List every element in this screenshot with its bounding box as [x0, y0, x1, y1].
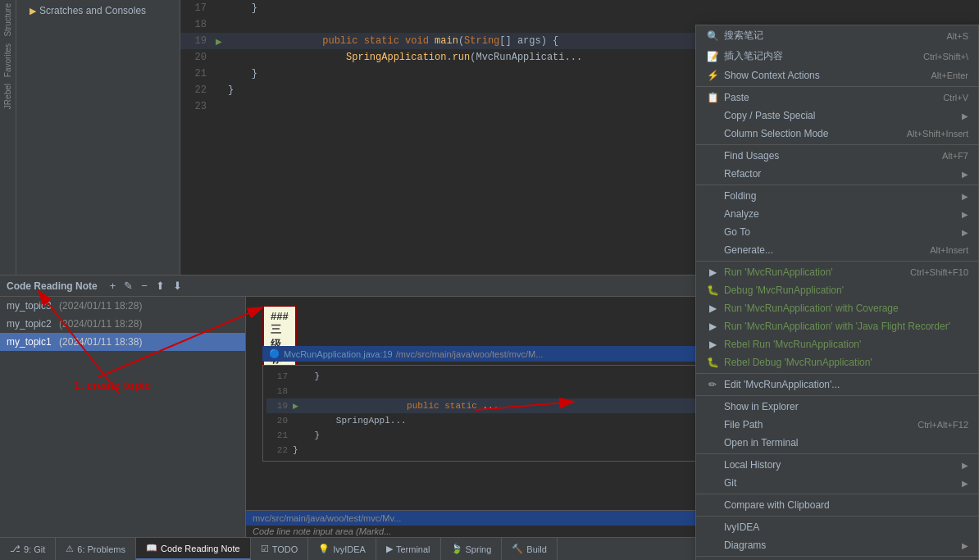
- menu-item-open-in-terminal[interactable]: Open in Terminal: [696, 434, 978, 452]
- menu-item-column-selection-mode[interactable]: Column Selection ModeAlt+Shift+Insert: [696, 125, 978, 143]
- status-tab-problems[interactable]: ⚠ 6: Problems: [56, 538, 136, 560]
- menu-item-compare-with-clipboard[interactable]: Compare with Clipboard: [696, 496, 978, 514]
- mini-num-22: 22: [266, 445, 293, 455]
- line-num-23: 23: [180, 101, 213, 112]
- import-button[interactable]: ⬇: [171, 279, 184, 293]
- topic-item-my-topic2[interactable]: my_topic2 (2024/01/11 18:28): [0, 315, 245, 333]
- menu-item-icon: 🐛: [706, 285, 719, 296]
- run-indicator-19: ▶: [213, 37, 225, 46]
- source-path: /mvc/src/main/java/woo/test/mvc/M...: [396, 349, 544, 359]
- mini-run-btn: ▶: [293, 402, 298, 410]
- menu-item-show-in-explorer[interactable]: Show in Explorer: [696, 398, 978, 416]
- source-file-link[interactable]: MvcRunApplication.java:19: [284, 349, 393, 359]
- menu-item-debug-'mvcrunapplication'[interactable]: 🐛Debug 'MvcRunApplication': [696, 281, 978, 299]
- menu-item-label: Paste: [724, 92, 749, 103]
- menu-item-analyze[interactable]: Analyze▶: [696, 205, 978, 223]
- status-tab-terminal[interactable]: ▶ Terminal: [376, 538, 441, 560]
- code-line-17: 17 }: [180, 0, 979, 16]
- status-tab-ivyidea[interactable]: 💡 IvyIDEA: [308, 538, 376, 560]
- menu-item-find-usages[interactable]: Find UsagesAlt+F7: [696, 147, 978, 165]
- status-tab-build[interactable]: 🔨 Build: [502, 538, 557, 560]
- menu-item-run-'mvcrunapplication'[interactable]: ▶Run 'MvcRunApplication'Ctrl+Shift+F10: [696, 263, 978, 281]
- sidebar-label-favorites[interactable]: Favorites: [2, 40, 14, 80]
- menu-item-run-'mvcrunapplication'-with-'[interactable]: ▶Run 'MvcRunApplication' with 'Java Flig…: [696, 317, 978, 335]
- menu-item-label: Compare with Clipboard: [724, 499, 830, 511]
- sidebar-label-structure[interactable]: Structure: [2, 0, 14, 40]
- menu-item-right: ▶: [962, 228, 968, 237]
- menu-item-local-history[interactable]: Local History▶: [696, 456, 978, 474]
- status-tab-git[interactable]: ⎇ 9: Git: [0, 538, 56, 560]
- git-icon: ⎇: [10, 544, 20, 554]
- export-button[interactable]: ⬆: [153, 279, 167, 293]
- menu-item-generate...[interactable]: Generate...Alt+Insert: [696, 241, 978, 259]
- mini-num-17: 17: [266, 371, 293, 381]
- mini-content-22: }: [293, 445, 298, 455]
- menu-item-label: Diagrams: [724, 540, 766, 551]
- menu-item-left: ✏Edit 'MvcRunApplication'...: [706, 379, 840, 390]
- mini-num-20: 20: [266, 416, 293, 426]
- menu-item-rebel-debug-'mvcrunapplication[interactable]: 🐛Rebel Debug 'MvcRunApplication': [696, 353, 978, 371]
- menu-item-file-path[interactable]: File PathCtrl+Alt+F12: [696, 416, 978, 434]
- scratches-and-consoles[interactable]: ▶ Scratches and Consoles: [16, 3, 180, 18]
- menu-item-left: Find Usages: [706, 150, 779, 162]
- menu-item-run-'mvcrunapplication'-with-c[interactable]: ▶Run 'MvcRunApplication' with Coverage: [696, 299, 978, 317]
- mini-content-20: SpringAppl...: [293, 416, 407, 426]
- menu-item-go-to[interactable]: Go To▶: [696, 223, 978, 241]
- scratches-label: Scratches and Consoles: [39, 5, 146, 16]
- menu-item-rebel-run-'mvcrunapplication'[interactable]: ▶Rebel Run 'MvcRunApplication': [696, 335, 978, 353]
- menu-submenu-arrow: ▶: [962, 479, 968, 488]
- topic-date-1: (2024/01/11 18:38): [59, 336, 142, 348]
- line-num-21: 21: [180, 68, 213, 80]
- build-icon: 🔨: [512, 544, 523, 554]
- menu-item-edit-'mvcrunapplication'...[interactable]: ✏Edit 'MvcRunApplication'...: [696, 376, 978, 394]
- menu-item-left: Open in Terminal: [706, 437, 799, 448]
- topic-item-my-topic3[interactable]: my_topic3 (2024/01/11 18:28): [0, 297, 245, 315]
- add-topic-button[interactable]: +: [107, 279, 119, 293]
- run-gutter-icon[interactable]: ▶: [216, 37, 222, 46]
- menu-item-git[interactable]: Git▶: [696, 474, 978, 492]
- menu-item-left: File Path: [706, 419, 763, 430]
- ivyidea-tab-label: IvyIDEA: [333, 544, 366, 554]
- menu-item-icon: ▶: [706, 321, 719, 332]
- menu-item-left: Analyze: [706, 208, 759, 220]
- menu-item-right: Alt+S: [946, 31, 968, 41]
- menu-item-插入笔记内容[interactable]: 📝插入笔记内容Ctrl+Shift+\: [696, 46, 978, 66]
- menu-item-right: Alt+Insert: [930, 245, 968, 255]
- line-num-20: 20: [180, 52, 213, 63]
- menu-item-folding[interactable]: Folding▶: [696, 187, 978, 205]
- menu-item-icon: ✏: [706, 379, 719, 390]
- menu-submenu-arrow: ▶: [962, 112, 968, 121]
- menu-item-label: Git: [724, 477, 736, 489]
- menu-item-left: Show in Explorer: [706, 401, 799, 412]
- sidebar-label-jrebel[interactable]: JRebel: [2, 80, 14, 112]
- menu-item-label: Rebel Debug 'MvcRunApplication': [724, 357, 872, 368]
- menu-item-left: Copy / Paste Special: [706, 110, 815, 121]
- menu-item-left: Diagrams: [706, 540, 766, 551]
- menu-item-label: Find Usages: [724, 150, 779, 162]
- line-content-22: }: [225, 84, 234, 96]
- menu-item-left: 📝插入笔记内容: [706, 49, 783, 63]
- menu-item-left: ▶Rebel Run 'MvcRunApplication': [706, 339, 861, 350]
- mini-content-21: }: [293, 430, 320, 440]
- menu-item-ivyidea[interactable]: IvyIDEA: [696, 518, 978, 536]
- menu-item-paste[interactable]: 📋PasteCtrl+V: [696, 89, 978, 107]
- menu-item-copy-/-paste-special[interactable]: Copy / Paste Special▶: [696, 107, 978, 125]
- status-tab-spring[interactable]: 🍃 Spring: [441, 538, 503, 560]
- menu-item-left: Column Selection Mode: [706, 128, 828, 139]
- menu-item-left: Refactor: [706, 168, 761, 180]
- menu-item-diagrams[interactable]: Diagrams▶: [696, 536, 978, 554]
- topic-date-3: (2024/01/11 18:28): [59, 300, 142, 312]
- status-tab-todo[interactable]: ☑ TODO: [251, 538, 309, 560]
- menu-item-label: 插入笔记内容: [724, 49, 783, 63]
- edit-topic-button[interactable]: ✎: [121, 279, 135, 293]
- topic-item-my-topic1[interactable]: my_topic1 (2024/01/11 18:38): [0, 333, 245, 351]
- menu-item-show-context-actions[interactable]: ⚡Show Context ActionsAlt+Enter: [696, 66, 978, 84]
- menu-item-label: Show in Explorer: [724, 401, 799, 412]
- menu-item-搜索笔记[interactable]: 🔍搜索笔记Alt+S: [696, 25, 978, 46]
- status-tab-code-reading[interactable]: 📖 Code Reading Note: [136, 538, 251, 560]
- status-tabs: ⎇ 9: Git ⚠ 6: Problems 📖 Code Reading No…: [0, 538, 558, 560]
- left-sidebar: Structure Favorites JRebel: [0, 0, 16, 275]
- terminal-tab-label: Terminal: [396, 544, 430, 554]
- remove-topic-button[interactable]: −: [139, 279, 150, 293]
- menu-item-refactor[interactable]: Refactor▶: [696, 165, 978, 183]
